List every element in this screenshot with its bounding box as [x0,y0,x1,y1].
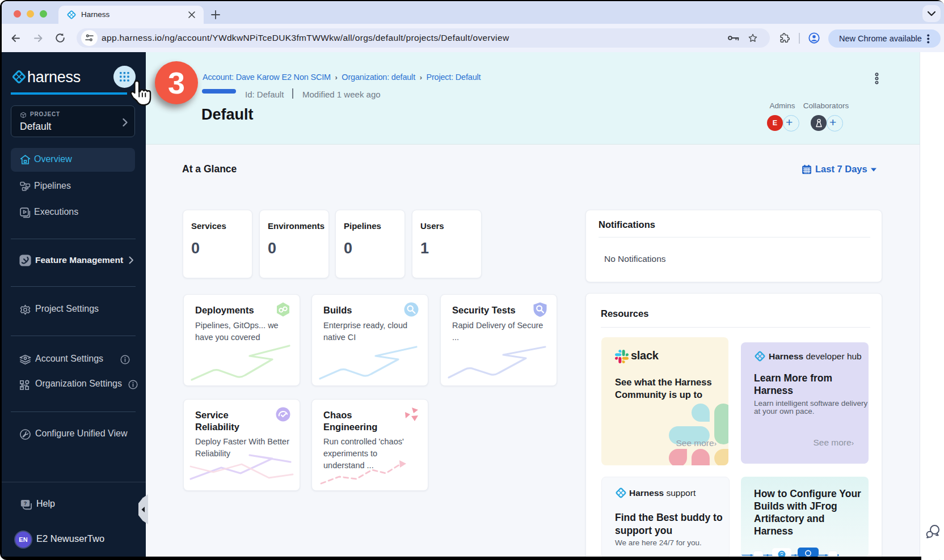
svg-text:?: ? [24,500,27,506]
